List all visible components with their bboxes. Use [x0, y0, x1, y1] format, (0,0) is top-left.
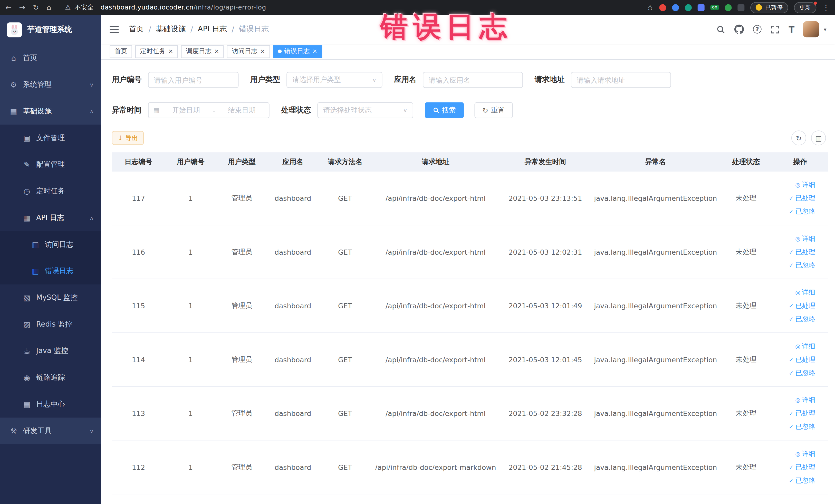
- tab-schedule-log[interactable]: 调度日志 ×: [181, 45, 224, 58]
- cell-user-id: 1: [165, 387, 216, 440]
- action-processed-link[interactable]: ✓ 已处理: [789, 463, 815, 472]
- sidebar-item-access-log[interactable]: ▥ 访问日志: [0, 231, 101, 258]
- request-url-input[interactable]: [571, 72, 671, 88]
- help-icon[interactable]: ?: [753, 25, 761, 34]
- chevron-down-icon: ∨: [89, 428, 94, 434]
- bookmark-star-icon[interactable]: ☆: [647, 4, 653, 11]
- cell-exception-time: 2021-05-03 12:01:49: [500, 279, 591, 332]
- app-name-input[interactable]: [423, 72, 523, 88]
- action-detail-link[interactable]: ◎ 详细: [795, 180, 815, 189]
- update-button[interactable]: 更新: [794, 2, 816, 13]
- app-logo[interactable]: 芋道管理系统: [0, 15, 101, 45]
- action-ignored-link[interactable]: ✓ 已忽略: [789, 476, 815, 485]
- error-log-table: 日志编号 用户编号 用户类型 应用名 请求方法名 请求地址 异常发生时间 异常名…: [112, 152, 828, 494]
- breadcrumb-home[interactable]: 首页: [129, 24, 144, 34]
- sidebar-item-mysql-monitor[interactable]: ▧ MySQL 监控: [0, 284, 101, 311]
- sidebar-item-scheduled-jobs[interactable]: ◷ 定时任务: [0, 178, 101, 205]
- date-range-picker[interactable]: ▦ 开始日期 - 结束日期: [148, 102, 269, 118]
- col-request-url: 请求地址: [372, 152, 500, 171]
- check-icon: ✓: [789, 369, 794, 377]
- tab-access-log[interactable]: 访问日志 ×: [227, 45, 270, 58]
- sidebar-item-api-log[interactable]: ▦ API 日志 ∧: [0, 205, 101, 231]
- sidebar-item-home[interactable]: ⌂ 首页: [0, 45, 101, 72]
- font-size-icon[interactable]: T: [789, 24, 794, 34]
- paused-label: 已暂停: [765, 3, 782, 11]
- user-id-input[interactable]: [148, 72, 239, 88]
- export-button[interactable]: ↓ 导出: [112, 131, 144, 145]
- cell-log-id: 115: [112, 279, 165, 332]
- tab-error-log[interactable]: 错误日志 ×: [273, 45, 322, 58]
- extension-on-badge[interactable]: on: [711, 5, 719, 10]
- security-label[interactable]: 不安全: [75, 3, 94, 12]
- action-processed-link[interactable]: ✓ 已处理: [789, 194, 815, 203]
- sidebar-item-file-manage[interactable]: ▣ 文件管理: [0, 124, 101, 151]
- user-type-select[interactable]: 请选择用户类型 ∨: [286, 72, 382, 88]
- action-detail-link[interactable]: ◎ 详细: [795, 342, 815, 351]
- action-processed-link[interactable]: ✓ 已处理: [789, 301, 815, 310]
- action-ignored-link[interactable]: ✓ 已忽略: [789, 261, 815, 270]
- column-settings-button[interactable]: ▥: [811, 130, 826, 145]
- search-icon[interactable]: [716, 25, 725, 34]
- tab-scheduled-jobs[interactable]: 定时任务 ×: [135, 45, 178, 58]
- action-ignored-link[interactable]: ✓ 已忽略: [789, 422, 815, 431]
- update-label: 更新: [799, 3, 811, 11]
- close-icon[interactable]: ×: [312, 48, 317, 55]
- folder-icon: ▣: [22, 134, 31, 142]
- sidebar-item-log-center[interactable]: ▤ 日志中心: [0, 391, 101, 418]
- sidebar-item-java-monitor[interactable]: ☕ Java 监控: [0, 338, 101, 364]
- collapse-sidebar-icon[interactable]: [109, 26, 119, 33]
- sidebar-item-dev-tools[interactable]: ⚒ 研发工具 ∨: [0, 418, 101, 444]
- home-icon[interactable]: ⌂: [46, 4, 51, 11]
- omnibox[interactable]: ⚠ 不安全 dashboard.yudao.iocoder.cn/infra/l…: [65, 3, 266, 12]
- extension-icon-blue[interactable]: [672, 4, 679, 11]
- action-processed-link[interactable]: ✓ 已处理: [789, 409, 815, 418]
- close-icon[interactable]: ×: [168, 48, 173, 55]
- avatar[interactable]: [803, 21, 819, 37]
- tab-home[interactable]: 首页: [109, 45, 132, 58]
- breadcrumb-infra[interactable]: 基础设施: [156, 24, 186, 34]
- sidebar-item-infra[interactable]: ▤ 基础设施 ∧: [0, 98, 101, 125]
- cell-user-type: 管理员: [216, 279, 267, 332]
- action-ignored-link[interactable]: ✓ 已忽略: [789, 368, 815, 378]
- cell-exception-time: 2021-05-03 12:01:45: [500, 333, 591, 386]
- action-detail-link[interactable]: ◎ 详细: [795, 396, 815, 404]
- kebab-menu-icon[interactable]: ⋮: [822, 3, 830, 12]
- caret-down-icon[interactable]: ▾: [824, 26, 826, 32]
- sidebar-item-config-manage[interactable]: ✎ 配置管理: [0, 151, 101, 178]
- action-ignored-link[interactable]: ✓ 已忽略: [789, 315, 815, 323]
- sidebar-item-error-log[interactable]: ▥ 错误日志: [0, 258, 101, 284]
- cell-user-id: 1: [165, 279, 216, 332]
- action-detail-link[interactable]: ◎ 详细: [795, 288, 815, 297]
- paused-badge[interactable]: 已暂停: [750, 2, 788, 13]
- url-text[interactable]: dashboard.yudao.iocoder.cn/infra/log/api…: [101, 4, 266, 11]
- refresh-button[interactable]: ↻: [791, 130, 806, 145]
- extension-icon-teal[interactable]: [685, 4, 692, 11]
- search-button[interactable]: 搜索: [425, 102, 464, 118]
- extension-icon-grid[interactable]: [698, 4, 705, 11]
- action-detail-link[interactable]: ◎ 详细: [795, 234, 815, 243]
- extension-icon-red[interactable]: [659, 4, 666, 11]
- browser-chrome: ← → ↻ ⌂ ⚠ 不安全 dashboard.yudao.iocoder.cn…: [0, 0, 835, 15]
- action-ignored-link[interactable]: ✓ 已忽略: [789, 207, 815, 216]
- action-processed-link[interactable]: ✓ 已处理: [789, 247, 815, 257]
- extension-icon-dark[interactable]: [737, 4, 745, 11]
- close-icon[interactable]: ×: [214, 48, 219, 55]
- breadcrumb-api-log[interactable]: API 日志: [198, 24, 227, 34]
- reset-button[interactable]: ↻ 重置: [474, 102, 513, 118]
- close-icon[interactable]: ×: [260, 48, 265, 55]
- process-status-select[interactable]: 请选择处理状态 ∨: [317, 102, 413, 118]
- cell-process-status: 未处理: [720, 441, 772, 494]
- cell-method: GET: [319, 441, 372, 494]
- action-detail-link[interactable]: ◎ 详细: [795, 449, 815, 458]
- extension-icon-green[interactable]: [725, 4, 732, 11]
- col-exception-name: 异常名: [591, 152, 720, 171]
- forward-icon[interactable]: →: [19, 4, 25, 11]
- reload-icon[interactable]: ↻: [33, 4, 39, 11]
- back-icon[interactable]: ←: [5, 4, 12, 11]
- action-processed-link[interactable]: ✓ 已处理: [789, 355, 815, 364]
- fullscreen-icon[interactable]: [771, 25, 779, 34]
- sidebar-item-trace[interactable]: ◉ 链路追踪: [0, 364, 101, 391]
- sidebar-item-redis-monitor[interactable]: ▨ Redis 监控: [0, 311, 101, 338]
- github-icon[interactable]: [734, 24, 744, 34]
- sidebar-item-system[interactable]: ⚙ 系统管理 ∨: [0, 72, 101, 98]
